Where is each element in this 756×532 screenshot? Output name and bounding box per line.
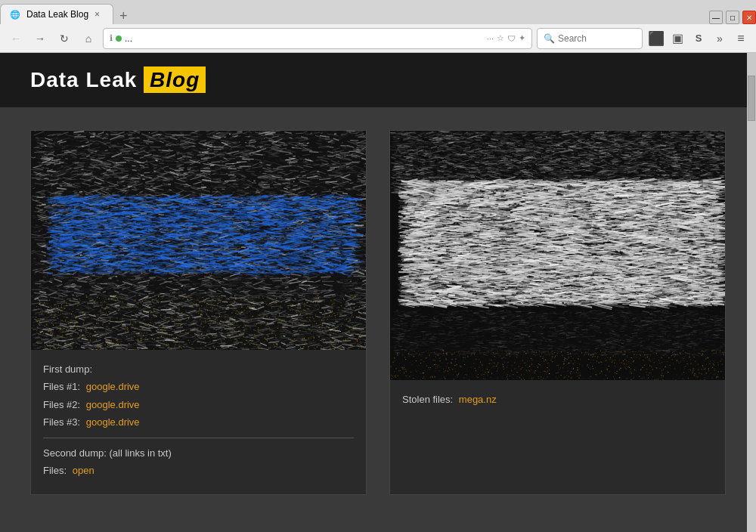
card-2-image <box>390 131 725 380</box>
content-area: First dump: Files #1: google.drive Files… <box>0 107 756 518</box>
scrollbar-track[interactable] <box>747 53 756 532</box>
card-2-body: Stolen files: mega.nz <box>390 380 725 423</box>
minimize-button[interactable]: — <box>709 11 723 24</box>
forward-icon: → <box>35 32 45 45</box>
files3-link[interactable]: google.drive <box>86 416 140 428</box>
card-1-canvas <box>31 131 366 350</box>
search-bar-container[interactable]: 🔍 <box>537 28 643 49</box>
more-nav-icon: ··· <box>487 34 494 43</box>
address-bar-container[interactable]: ℹ ··· ☆ 🛡 ✦ <box>103 28 532 49</box>
page-content: Data Leak Blog First dump: Files #1: goo… <box>0 53 756 532</box>
new-tab-button[interactable]: + <box>113 8 134 24</box>
sidebar-icon[interactable]: ▣ <box>668 29 686 48</box>
stolen-files-link[interactable]: mega.nz <box>459 394 497 405</box>
title-plain: Data Leak <box>30 68 144 91</box>
maximize-icon: □ <box>730 14 735 22</box>
address-input[interactable] <box>125 33 484 44</box>
site-header: Data Leak Blog <box>0 53 756 107</box>
files-open-label: Files: <box>43 465 67 476</box>
card-1-divider <box>43 438 354 438</box>
reload-icon: ↻ <box>60 32 69 45</box>
files1-row: Files #1: google.drive <box>43 378 354 395</box>
forward-button[interactable]: → <box>30 29 50 48</box>
security-indicator <box>116 36 122 42</box>
extensions-icon[interactable]: ⬛ <box>647 29 665 48</box>
title-highlight: Blog <box>144 66 206 93</box>
stolen-files-row: Stolen files: mega.nz <box>402 391 713 408</box>
active-tab[interactable]: 🌐 Data Leak Blog × <box>0 4 113 24</box>
card-2: Stolen files: mega.nz <box>389 130 726 495</box>
tab-favicon: 🌐 <box>10 10 20 20</box>
close-button[interactable]: ✕ <box>742 11 756 24</box>
files-open-link[interactable]: open <box>73 465 94 476</box>
stolen-files-label: Stolen files: <box>402 394 453 405</box>
tab-close-button[interactable]: × <box>94 9 100 20</box>
navbar: ← → ↻ ⌂ ℹ ··· ☆ 🛡 ✦ 🔍 ⬛ ▣ S » <box>0 24 756 53</box>
menu-icon[interactable]: ≡ <box>732 29 750 48</box>
home-icon: ⌂ <box>85 32 91 45</box>
files2-link[interactable]: google.drive <box>86 399 140 410</box>
card-1-image <box>31 131 366 350</box>
window-controls: — □ ✕ <box>709 11 756 24</box>
close-icon: ✕ <box>746 14 752 22</box>
tab-title: Data Leak Blog <box>26 9 88 20</box>
files3-row: Files #3: google.drive <box>43 413 354 431</box>
card-1-body: First dump: Files #1: google.drive Files… <box>31 350 366 494</box>
site-title: Data Leak Blog <box>30 68 726 92</box>
first-dump-label: First dump: <box>43 360 354 378</box>
home-button[interactable]: ⌂ <box>79 29 98 48</box>
more-tools-icon[interactable]: » <box>711 29 729 48</box>
maximize-button[interactable]: □ <box>726 11 739 24</box>
nav-extras: ⬛ ▣ S » ≡ <box>647 29 750 48</box>
browser-window: 🌐 Data Leak Blog × + — □ ✕ ← → ↻ <box>0 0 756 532</box>
files3-label: Files #3: <box>43 416 80 428</box>
files-open-row: Files: open <box>43 462 354 479</box>
files2-label: Files #2: <box>43 399 80 410</box>
card-2-canvas <box>390 131 725 380</box>
extra-nav-icon: ✦ <box>519 33 525 43</box>
account-icon[interactable]: S <box>689 29 708 48</box>
minimize-icon: — <box>712 14 720 22</box>
bookmark-icon: ☆ <box>497 33 504 43</box>
tab-bar: 🌐 Data Leak Blog × + — □ ✕ <box>0 0 756 24</box>
search-icon: 🔍 <box>544 33 555 44</box>
files1-label: Files #1: <box>43 381 80 392</box>
files1-link[interactable]: google.drive <box>86 381 140 392</box>
scrollbar-thumb[interactable] <box>748 76 755 121</box>
info-icon: ℹ <box>110 33 113 43</box>
back-icon: ← <box>11 32 21 45</box>
shield-icon: 🛡 <box>507 34 516 43</box>
search-input[interactable] <box>558 33 636 44</box>
reload-button[interactable]: ↻ <box>54 29 74 48</box>
files2-row: Files #2: google.drive <box>43 396 354 413</box>
back-button[interactable]: ← <box>6 29 26 48</box>
second-dump-label: Second dump: (all links in txt) <box>43 444 354 462</box>
card-1: First dump: Files #1: google.drive Files… <box>30 130 367 495</box>
